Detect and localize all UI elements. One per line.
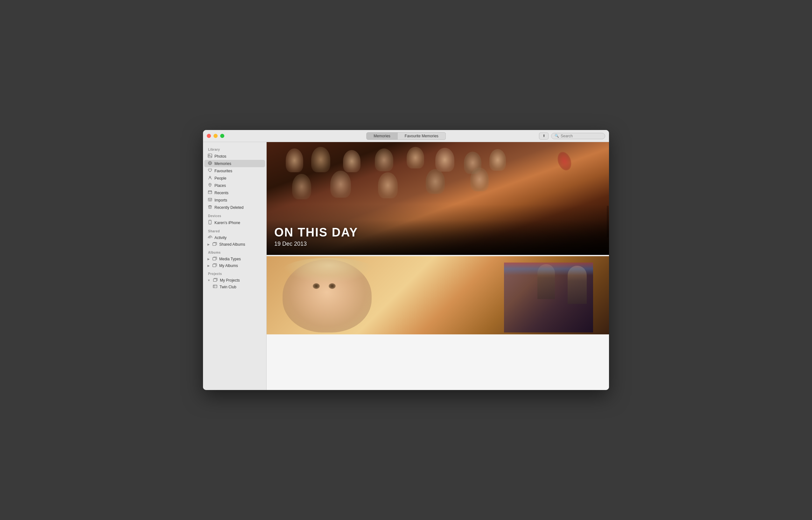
person-12	[426, 169, 445, 194]
sidebar-item-places[interactable]: Places	[203, 182, 266, 189]
person-8	[489, 149, 506, 171]
memory-card-2[interactable]	[267, 256, 609, 334]
search-box[interactable]: 🔍	[551, 133, 605, 139]
sidebar-projects-label: Projects	[203, 269, 266, 277]
scrollbar-track[interactable]	[607, 142, 609, 390]
sidebar-item-favourites[interactable]: Favourites	[203, 167, 266, 175]
memory-card-on-this-day[interactable]: ON THIS DAY 19 Dec 2013	[267, 142, 609, 255]
card1-title: ON THIS DAY	[274, 226, 601, 239]
sidebar-library-label: Library	[203, 145, 266, 153]
imports-label: Imports	[215, 198, 227, 203]
recents-icon	[207, 190, 213, 196]
sidebar-item-photos[interactable]: Photos	[203, 153, 266, 160]
tab-memories[interactable]: Memories	[366, 132, 398, 140]
shared-albums-chevron: ▶	[207, 243, 210, 246]
imports-icon	[207, 198, 213, 203]
shared-albums-label: Shared Albums	[219, 242, 245, 246]
favourites-label: Favourites	[215, 169, 232, 173]
share-icon: ⬆	[542, 134, 545, 138]
sidebar-item-shared-albums[interactable]: ▶ Shared Albums	[203, 241, 266, 248]
sidebar-item-recently-deleted[interactable]: Recently Deleted	[203, 204, 266, 211]
search-input[interactable]	[561, 134, 602, 138]
baby-eye-right	[329, 283, 336, 289]
window-controls	[203, 134, 224, 138]
svg-rect-11	[209, 190, 210, 191]
svg-rect-24	[213, 243, 216, 246]
person-13	[470, 167, 489, 191]
shared-albums-icon	[212, 242, 217, 246]
places-label: Places	[215, 183, 226, 188]
photos-icon	[207, 154, 213, 159]
people-label: People	[215, 176, 226, 181]
karens-iphone-label: Karen's iPhone	[215, 220, 240, 225]
sidebar-item-memories[interactable]: Memories	[204, 160, 265, 167]
person-11	[378, 172, 398, 198]
sidebar-item-activity[interactable]: Activity	[203, 234, 266, 241]
person-4	[375, 149, 393, 171]
sidebar-shared-label: Shared	[203, 226, 266, 234]
my-projects-label: My Projects	[220, 278, 240, 283]
svg-point-21	[210, 224, 210, 224]
svg-point-9	[210, 184, 211, 185]
sidebar-item-my-projects[interactable]: ▼ My Projects	[203, 277, 266, 284]
person-3	[343, 150, 361, 172]
sidebar-item-recents[interactable]: Recents	[203, 189, 266, 197]
my-albums-icon	[212, 263, 217, 268]
tab-group: Memories Favourite Memories	[366, 132, 446, 140]
person-10	[330, 171, 351, 198]
card1-text-overlay: ON THIS DAY 19 Dec 2013	[267, 219, 609, 255]
bg-decorations	[504, 263, 593, 275]
background-scene	[504, 263, 593, 333]
person-6	[435, 148, 454, 172]
my-albums-chevron: ▶	[207, 264, 210, 267]
media-types-label: Media Types	[219, 257, 241, 261]
svg-rect-12	[211, 190, 211, 191]
person-2	[311, 147, 330, 172]
baby-hair	[282, 258, 375, 283]
minimize-button[interactable]	[214, 134, 218, 138]
sidebar-albums-label: Albums	[203, 248, 266, 256]
tab-favourite-memories[interactable]: Favourite Memories	[398, 132, 446, 140]
person-5	[407, 147, 424, 168]
sidebar-devices-label: Devices	[203, 211, 266, 219]
my-projects-chevron: ▼	[207, 279, 210, 282]
memories-icon	[207, 161, 213, 166]
titlebar-actions: ⬆ 🔍	[539, 133, 605, 139]
sidebar: Library Photos	[203, 142, 267, 390]
twin-club-label: Twin Club	[220, 285, 237, 289]
titlebar: Memories Favourite Memories ⬆ 🔍	[203, 130, 609, 142]
sidebar-item-media-types[interactable]: ▶ Media Types	[203, 256, 266, 262]
close-button[interactable]	[207, 134, 211, 138]
activity-label: Activity	[215, 236, 226, 240]
sidebar-item-twin-club[interactable]: Twin Club	[203, 284, 266, 290]
sidebar-item-karens-iphone[interactable]: Karen's iPhone	[203, 219, 266, 226]
media-types-chevron: ▶	[207, 257, 210, 261]
svg-rect-26	[213, 264, 216, 267]
svg-rect-28	[213, 285, 217, 288]
svg-point-3	[210, 162, 211, 164]
activity-icon	[207, 235, 213, 240]
heart-icon	[207, 168, 213, 174]
svg-rect-25	[213, 257, 216, 260]
card2-background	[267, 256, 609, 334]
iphone-icon	[207, 220, 213, 225]
search-icon: 🔍	[555, 134, 559, 138]
people-icon	[207, 176, 213, 181]
my-albums-label: My Albums	[219, 263, 238, 268]
baby-eye-left	[313, 283, 320, 289]
share-button[interactable]: ⬆	[539, 133, 548, 139]
sidebar-item-imports[interactable]: Imports	[203, 197, 266, 204]
app-window: Memories Favourite Memories ⬆ 🔍 Library	[203, 130, 609, 390]
my-projects-icon	[213, 278, 218, 283]
sidebar-item-people[interactable]: People	[203, 175, 266, 182]
card1-date: 19 Dec 2013	[274, 241, 601, 247]
media-types-icon	[212, 257, 217, 261]
sidebar-item-my-albums[interactable]: ▶ My Albums	[203, 262, 266, 269]
photos-label: Photos	[215, 154, 226, 159]
maximize-button[interactable]	[220, 134, 224, 138]
card1-background: ON THIS DAY 19 Dec 2013	[267, 142, 609, 255]
trash-icon	[207, 205, 213, 210]
scrollbar-thumb[interactable]	[607, 206, 609, 237]
places-icon	[207, 183, 213, 188]
content-area: ON THIS DAY 19 Dec 2013	[267, 142, 609, 390]
